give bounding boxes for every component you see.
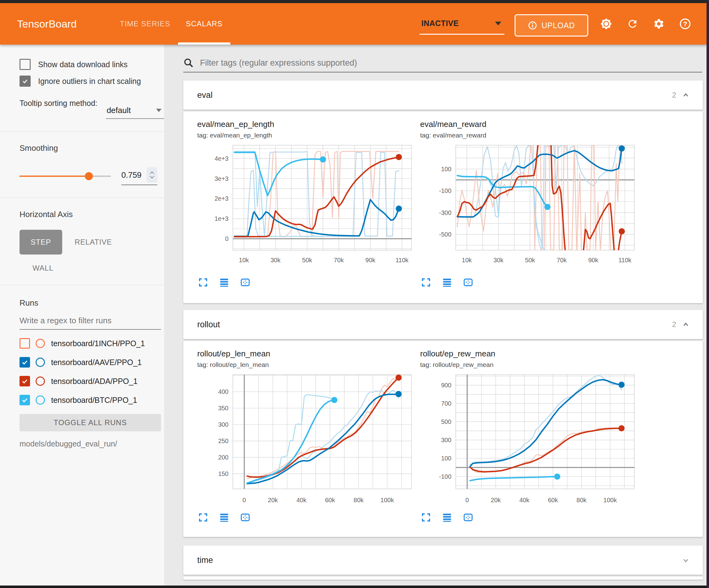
chart-title: eval/mean_ep_length <box>197 120 416 129</box>
window-bottom-strip <box>0 586 707 588</box>
run-row-aave[interactable]: tensorboard/AAVE/PPO_1 <box>20 357 164 367</box>
svg-text:?: ? <box>683 20 687 28</box>
svg-text:80k: 80k <box>577 497 587 504</box>
tooltip-sorting-dropdown[interactable]: default <box>106 102 164 119</box>
tag-filter-bar[interactable] <box>183 58 702 73</box>
chart-title: eval/mean_reward <box>420 120 638 129</box>
toggle-all-runs-button[interactable]: TOGGLE ALL RUNS <box>20 414 161 431</box>
chart-tag: tag: eval/mean_reward <box>420 132 638 139</box>
settings-icon[interactable] <box>653 18 665 30</box>
show-download-links-checkbox[interactable] <box>20 59 31 70</box>
expand-down-icon[interactable] <box>681 556 690 565</box>
smoothing-slider[interactable] <box>20 172 111 180</box>
svg-text:350: 350 <box>218 405 229 411</box>
run-checkbox[interactable] <box>20 338 30 349</box>
chart-actions <box>197 277 416 288</box>
ignore-outliers-checkbox[interactable] <box>20 76 31 87</box>
search-icon <box>183 58 194 68</box>
fullscreen-icon[interactable] <box>197 277 209 288</box>
slider-thumb[interactable] <box>85 172 93 180</box>
chart-tag: tag: rollout/ep_rew_mean <box>420 361 638 368</box>
svg-text:30k: 30k <box>494 257 504 263</box>
chevron-down-icon <box>156 109 162 112</box>
app-header: TensorBoard TIME SERIES SCALARS INACTIVE… <box>0 3 707 45</box>
runs-list-icon[interactable] <box>441 512 453 523</box>
run-label: tensorboard/ADA/PPO_1 <box>51 377 137 386</box>
chart-actions <box>420 512 638 523</box>
chart-canvas-mean-reward[interactable]: 100-100-300-50010k30k50k70k90k110k <box>420 143 637 267</box>
run-color-circle <box>35 358 45 367</box>
tab-scalars[interactable]: SCALARS <box>178 3 230 45</box>
axis-relative-button[interactable]: RELATIVE <box>75 238 112 247</box>
stepper-up-icon[interactable] <box>150 171 155 174</box>
fit-domain-icon[interactable] <box>462 512 474 523</box>
svg-text:40k: 40k <box>296 497 307 504</box>
upload-button[interactable]: UPLOAD <box>515 14 588 36</box>
brightness-icon[interactable] <box>600 18 612 30</box>
fit-domain-icon[interactable] <box>462 277 474 288</box>
tab-time-series[interactable]: TIME SERIES <box>112 3 178 45</box>
svg-text:100k: 100k <box>603 497 617 504</box>
svg-text:-100: -100 <box>439 187 451 194</box>
section-header-eval[interactable]: eval 2 <box>183 80 703 110</box>
ignore-outliers-row[interactable]: Ignore outliers in chart scaling <box>20 76 164 87</box>
svg-text:10k: 10k <box>239 257 249 263</box>
section-header-time[interactable]: time <box>183 545 703 575</box>
fullscreen-icon[interactable] <box>420 277 432 288</box>
fullscreen-icon[interactable] <box>197 512 209 523</box>
chart-actions <box>420 277 638 288</box>
section-header-next-partial <box>183 577 703 580</box>
refresh-icon[interactable] <box>626 18 639 30</box>
chart-canvas-ep-len-mean[interactable]: 150200250300350400020k40k60k80k100k <box>197 373 414 509</box>
runs-filter-input[interactable] <box>20 316 161 330</box>
show-download-links-label: Show data download links <box>38 60 128 69</box>
run-checkbox[interactable] <box>20 395 30 405</box>
svg-text:-100: -100 <box>439 473 451 480</box>
help-icon[interactable]: ? <box>679 18 691 30</box>
active-plugins-dropdown[interactable]: INACTIVE <box>420 13 504 35</box>
run-row-btc[interactable]: tensorboard/BTC/PPO_1 <box>20 395 164 405</box>
svg-text:100: 100 <box>441 455 451 462</box>
smoothing-stepper[interactable] <box>147 167 157 183</box>
run-checkbox[interactable] <box>20 376 30 386</box>
run-row-1inch[interactable]: tensorboard/1INCH/PPO_1 <box>20 338 164 349</box>
run-row-ada[interactable]: tensorboard/ADA/PPO_1 <box>20 376 164 386</box>
svg-text:300: 300 <box>441 437 451 443</box>
svg-text:-300: -300 <box>439 209 451 216</box>
smoothing-value-input[interactable] <box>121 170 147 180</box>
svg-text:80k: 80k <box>353 497 364 504</box>
stepper-down-icon[interactable] <box>150 176 155 179</box>
axis-wall-button[interactable]: WALL <box>32 264 164 273</box>
collapse-up-icon[interactable] <box>681 320 690 329</box>
tag-filter-input[interactable] <box>200 58 702 68</box>
collapse-up-icon[interactable] <box>681 91 690 100</box>
runs-list-icon[interactable] <box>441 277 453 288</box>
svg-text:900: 900 <box>441 382 451 389</box>
svg-text:40k: 40k <box>519 497 529 504</box>
fit-domain-icon[interactable] <box>239 512 251 523</box>
chart-canvas-ep-rew-mean[interactable]: -100100300500700900020k40k60k80k100k <box>420 373 637 509</box>
ignore-outliers-label: Ignore outliers in chart scaling <box>38 77 141 86</box>
svg-text:400: 400 <box>218 388 229 395</box>
runs-list-icon[interactable] <box>218 277 230 288</box>
svg-text:0: 0 <box>465 497 469 504</box>
svg-text:110k: 110k <box>395 257 409 263</box>
svg-text:300: 300 <box>218 421 229 428</box>
runs-list-icon[interactable] <box>218 512 230 523</box>
section-header-rollout[interactable]: rollout 2 <box>183 310 703 339</box>
run-color-circle <box>35 339 45 348</box>
chevron-down-icon <box>495 22 501 25</box>
chart-actions <box>197 512 416 523</box>
axis-step-button[interactable]: STEP <box>20 230 62 255</box>
chart-canvas-mean-ep-length[interactable]: 01e+32e+33e+34e+310k30k50k70k90k110k <box>197 143 414 267</box>
fit-domain-icon[interactable] <box>239 277 251 288</box>
fullscreen-icon[interactable] <box>420 512 432 523</box>
main-content: eval 2 eval/mean_ep_length tag: eval/mea… <box>164 45 707 586</box>
run-checkbox[interactable] <box>20 357 30 367</box>
svg-text:2e+3: 2e+3 <box>215 195 229 202</box>
chart-panel-ep-rew-mean: rollout/ep_rew_mean tag: rollout/ep_rew_… <box>420 349 638 523</box>
divider <box>0 198 164 198</box>
active-plugins-value: INACTIVE <box>421 19 459 28</box>
show-download-links-row[interactable]: Show data download links <box>20 59 164 70</box>
chart-title: rollout/ep_rew_mean <box>420 349 638 359</box>
